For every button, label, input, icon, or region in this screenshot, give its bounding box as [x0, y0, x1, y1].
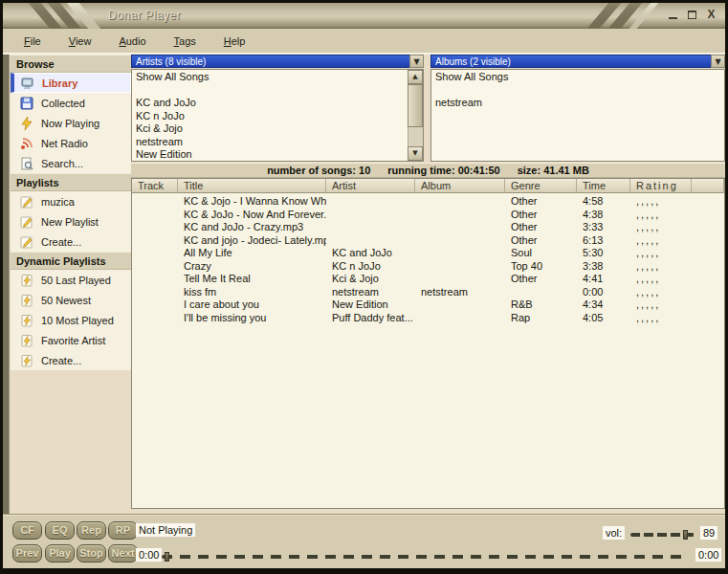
sidebar-section-dynamic-playlists: Dynamic Playlists — [11, 252, 131, 270]
sidebar-item-50-last-played[interactable]: 50 Last Played — [11, 270, 131, 290]
artists-panel-header[interactable]: Artists (8 visible) ▼ — [131, 55, 424, 68]
artists-list-item[interactable]: New Edition — [136, 148, 406, 162]
sidebar-item-new-playlist[interactable]: New Playlist — [11, 211, 131, 232]
song-count: number of songs: 10 — [267, 165, 370, 176]
next-button[interactable]: Next — [108, 544, 138, 563]
artists-list-item[interactable]: Kci & Jojo — [136, 122, 406, 136]
volume-slider-handle[interactable] — [683, 530, 688, 540]
scroll-up-icon[interactable]: ▲ — [408, 70, 423, 84]
artists-scrollbar[interactable]: ▲ ▼ — [408, 70, 423, 161]
dynamic-playlist-icon — [19, 313, 34, 328]
column-track[interactable]: Track — [132, 179, 178, 193]
dynamic-playlist-icon — [19, 273, 34, 288]
running-time: running time: 00:41:50 — [387, 165, 499, 176]
sidebar-item-favorite-artist[interactable]: Favorite Artist — [11, 330, 131, 350]
library-icon — [20, 76, 35, 91]
sidebar-item-muzica[interactable]: muzica — [11, 191, 131, 211]
artists-list-item[interactable]: Show All Songs — [136, 71, 406, 84]
sidebar-rail[interactable] — [3, 55, 10, 514]
rp-button[interactable]: RP — [108, 521, 138, 540]
total-size: size: 41.41 MB — [518, 165, 589, 176]
table-row[interactable]: KC and jojo - Jodeci- Lately.mp3Other6:1… — [132, 234, 724, 248]
artists-list-item[interactable]: KC n JoJo — [136, 110, 406, 123]
dynamic-playlist-icon — [19, 293, 34, 308]
sidebar-item-create-playlist[interactable]: Create... — [11, 232, 131, 252]
albums-list-item[interactable]: netstream — [435, 97, 724, 110]
titlebar[interactable]: Donar Player X — [3, 3, 725, 29]
artists-list: Show All Songs KC and JoJo KC n JoJo Kci… — [131, 69, 424, 162]
table-row[interactable]: KC and JoJo - Crazy.mp3Other3:33,,,,, — [132, 221, 724, 234]
artists-list-item[interactable] — [136, 84, 406, 98]
sidebar-item-50-newest[interactable]: 50 Newest — [11, 290, 131, 310]
collected-icon — [19, 96, 34, 111]
chevron-down-icon[interactable]: ▼ — [409, 55, 424, 68]
minimize-icon[interactable] — [667, 9, 679, 21]
column-title[interactable]: Title — [178, 179, 326, 193]
column-rating[interactable]: Rating — [630, 179, 692, 193]
chevron-down-icon[interactable]: ▼ — [711, 55, 725, 68]
table-row[interactable]: CrazyKC n JoJoTop 403:38,,,,, — [132, 260, 724, 274]
equalizer-button[interactable]: EQ — [45, 521, 75, 540]
stop-button[interactable]: Stop — [77, 544, 106, 563]
playback-status: Not Playing — [136, 523, 195, 537]
sidebar-item-create-dynamic-playlist[interactable]: Create... — [11, 350, 131, 370]
window-controls: X — [667, 9, 717, 21]
sidebar-item-10-most-played[interactable]: 10 Most Played — [11, 310, 131, 330]
albums-panel: Albums (2 visible) ▼ Show All Songs nets… — [430, 55, 725, 162]
volume-slider[interactable] — [630, 533, 695, 537]
table-row[interactable]: KC & Jojo - I Wanna Know Wh...Other4:58,… — [132, 195, 724, 209]
table-row[interactable]: I'll be missing youPuff Daddy feat...Rap… — [132, 312, 724, 325]
playlist-pencil-icon — [19, 214, 34, 230]
table-row[interactable]: Tell Me It RealKci & JojoOther4:41,,,,, — [132, 273, 724, 286]
sidebar-section-playlists: Playlists — [11, 173, 131, 191]
sidebar-item-library[interactable]: Library — [11, 73, 131, 93]
albums-list-item[interactable]: Show All Songs — [435, 71, 724, 84]
sidebar-item-search[interactable]: Search... — [11, 153, 131, 173]
column-album[interactable]: Album — [415, 179, 505, 193]
sidebar-item-net-radio[interactable]: Net Radio — [11, 133, 131, 153]
albums-list-item[interactable] — [435, 84, 724, 98]
menu-view[interactable]: View — [59, 33, 101, 50]
menu-audio[interactable]: Audio — [109, 33, 155, 50]
donar-player-window: Donar Player X File View Audio Tags Help… — [0, 0, 728, 574]
column-time[interactable]: Time — [577, 179, 630, 193]
table-row[interactable]: All My LifeKC and JoJoSoul5:30,,,,, — [132, 247, 724, 260]
summary-bar: number of songs: 10 running time: 00:41:… — [131, 163, 725, 178]
menu-tags[interactable]: Tags — [165, 33, 206, 50]
volume-value: 89 — [700, 526, 717, 540]
table-header: Track Title Artist Album Genre Time Rati… — [132, 179, 724, 193]
table-row[interactable]: kiss fmnetstreamnetstream0:00,,,,, — [132, 286, 724, 299]
column-spacer — [692, 179, 724, 193]
artists-list-item[interactable]: netstream — [136, 136, 406, 149]
menu-file[interactable]: File — [14, 33, 51, 50]
table-row[interactable]: KC & JoJo - Now And Forever....Other4:38… — [132, 209, 724, 222]
scroll-down-icon[interactable]: ▼ — [408, 146, 423, 161]
net-radio-icon — [19, 136, 34, 151]
scrollbar-thumb[interactable] — [408, 84, 423, 127]
sidebar-item-collected[interactable]: Collected — [11, 93, 131, 113]
sidebar-item-now-playing[interactable]: Now Playing — [11, 113, 131, 133]
prev-button[interactable]: Prev — [12, 544, 42, 563]
window-title: Donar Player — [108, 9, 181, 22]
menu-help[interactable]: Help — [214, 33, 255, 50]
total-time: 0:00 — [695, 548, 721, 562]
maximize-icon[interactable] — [686, 9, 698, 21]
albums-panel-header[interactable]: Albums (2 visible) ▼ — [430, 55, 725, 68]
sidebar: Browse Library Collected Now Playing — [3, 55, 131, 514]
dynamic-playlist-icon — [19, 353, 34, 368]
table-row[interactable]: I care about youNew EditionR&B4:34,,,,, — [132, 298, 724, 312]
progress-slider[interactable] — [162, 555, 688, 559]
progress-slider-handle[interactable] — [165, 552, 169, 562]
artists-list-item[interactable]: KC and JoJo — [136, 97, 406, 110]
column-genre[interactable]: Genre — [505, 179, 577, 193]
crossfade-button[interactable]: CF — [12, 521, 42, 540]
repeat-button[interactable]: Rep — [77, 521, 106, 540]
artists-panel: Artists (8 visible) ▼ Show All Songs KC … — [131, 55, 424, 162]
song-table: Track Title Artist Album Genre Time Rati… — [131, 178, 725, 509]
volume-label: vol: — [603, 526, 625, 540]
play-button[interactable]: Play — [45, 544, 75, 563]
elapsed-time: 0:00 — [136, 548, 162, 562]
menubar: File View Audio Tags Help — [3, 29, 725, 55]
close-icon[interactable]: X — [705, 9, 717, 21]
column-artist[interactable]: Artist — [326, 179, 415, 193]
